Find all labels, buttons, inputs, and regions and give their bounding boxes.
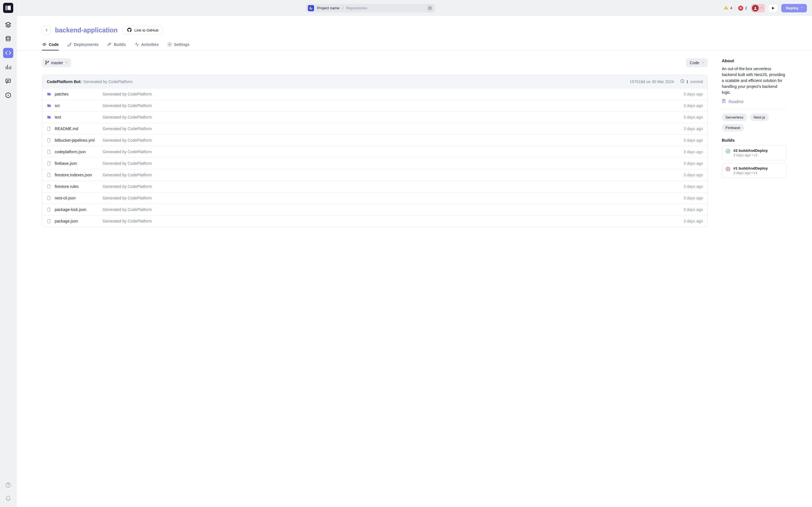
tab-deployments[interactable]: Deployments: [67, 42, 99, 50]
file-name: firebase.json: [55, 161, 103, 166]
file-icon: [47, 184, 55, 189]
github-icon: [127, 27, 132, 33]
breadcrumb-page[interactable]: Repositories: [346, 6, 367, 10]
build-card[interactable]: #1 buildAndDeploy3 days ago • v1: [722, 163, 786, 178]
file-commit-msg: Generated by CodePlatform: [103, 161, 684, 166]
file-row[interactable]: firebase.jsonGenerated by CodePlatform3 …: [42, 158, 707, 169]
nav-settings-hex[interactable]: [3, 90, 13, 100]
chevron-down-icon: [760, 6, 763, 11]
nav-notifications[interactable]: [3, 494, 13, 504]
file-icon: [47, 138, 55, 143]
build-title: #1 buildAndDeploy: [733, 166, 768, 170]
file-row[interactable]: testGenerated by CodePlatform3 days ago: [42, 111, 707, 123]
nav-database[interactable]: [3, 34, 13, 44]
branch-name: master: [51, 61, 63, 65]
readme-link[interactable]: Readme: [722, 99, 786, 109]
nav-rail: [0, 0, 17, 507]
status-counts[interactable]: 4 ✕ 2: [723, 5, 747, 11]
chevron-down-icon: [65, 61, 68, 65]
file-commit-msg: Generated by CodePlatform: [103, 173, 684, 177]
nav-help[interactable]: [3, 480, 13, 490]
about-text: An out-of-the-box serverless backend bui…: [722, 66, 786, 96]
file-when: 3 days ago: [684, 219, 703, 223]
breadcrumb-project[interactable]: Project name: [317, 6, 340, 10]
list-icon[interactable]: [427, 5, 433, 11]
tab-code[interactable]: Code: [42, 42, 59, 50]
breadcrumb[interactable]: Project name / Repositories: [306, 4, 435, 12]
file-when: 3 days ago: [684, 103, 703, 108]
builds-heading: Builds: [722, 138, 786, 143]
file-commit-msg: Generated by CodePlatform: [103, 150, 684, 154]
file-name: src: [55, 103, 103, 108]
file-row[interactable]: bitbucket-pipelines.ymlGenerated by Code…: [42, 134, 707, 146]
page-title: backend-application: [55, 26, 117, 34]
file-row[interactable]: README.mdGenerated by CodePlatform3 days…: [42, 123, 707, 134]
file-name: codeplatform.json: [55, 150, 103, 154]
code-dropdown[interactable]: Code: [686, 58, 708, 67]
file-commit-msg: Generated by CodePlatform: [103, 103, 684, 108]
commit-bar[interactable]: CodePlatform Bot: Generated by CodePlatf…: [42, 75, 707, 88]
nav-layers[interactable]: [3, 20, 13, 30]
run-button[interactable]: [768, 4, 778, 12]
topbar: Project name / Repositories 4 ✕ 2: [17, 0, 812, 16]
file-when: 3 days ago: [684, 173, 703, 177]
breadcrumb-sep: /: [342, 6, 343, 10]
file-name: test: [55, 115, 103, 119]
nav-chat[interactable]: [3, 76, 13, 86]
book-icon: [722, 99, 726, 104]
file-when: 3 days ago: [684, 138, 703, 143]
tag[interactable]: Serverless: [722, 114, 747, 121]
file-commit-msg: Generated by CodePlatform: [103, 126, 684, 131]
file-row[interactable]: patchesGenerated by CodePlatform3 days a…: [42, 88, 707, 100]
nav-code[interactable]: [3, 48, 13, 58]
file-commit-msg: Generated by CodePlatform: [103, 196, 684, 200]
file-name: package-lock.json: [55, 207, 103, 212]
file-icon: [47, 219, 55, 223]
user-menu[interactable]: [751, 4, 765, 12]
file-row[interactable]: codeplatform.jsonGenerated by CodePlatfo…: [42, 146, 707, 158]
file-name: patches: [55, 92, 103, 96]
avatar: [752, 5, 759, 11]
build-card[interactable]: #2 buildAndDeploy3 days ago • v2: [722, 145, 786, 160]
build-sub: 3 days ago • v2: [733, 153, 768, 157]
file-icon: [47, 126, 55, 131]
file-name: README.md: [55, 126, 103, 131]
file-name: firestore.rules: [55, 184, 103, 189]
commit-author: CodePlatform Bot:: [47, 79, 82, 84]
file-when: 3 days ago: [684, 196, 703, 200]
file-when: 3 days ago: [684, 184, 703, 189]
error-count: 2: [745, 6, 747, 10]
file-row[interactable]: nest-cli.jsonGenerated by CodePlatform3 …: [42, 192, 707, 204]
tab-settings[interactable]: Settings: [167, 42, 190, 50]
file-when: 3 days ago: [684, 115, 703, 119]
folder-icon: [47, 92, 55, 96]
file-name: package.json: [55, 219, 103, 223]
branch-selector[interactable]: master: [42, 58, 71, 67]
file-table: CodePlatform Bot: Generated by CodePlatf…: [42, 75, 708, 227]
file-row[interactable]: srcGenerated by CodePlatform3 days ago: [42, 100, 707, 111]
tag[interactable]: Firebase: [722, 124, 744, 131]
deploy-button[interactable]: Deploy: [781, 4, 807, 12]
file-icon: [47, 196, 55, 200]
file-name: nest-cli.json: [55, 196, 103, 200]
file-name: bitbucket-pipelines.yml: [55, 138, 103, 143]
link-github-button[interactable]: Link to GitHub: [123, 26, 163, 34]
file-row[interactable]: firestore.indexes.jsonGenerated by CodeP…: [42, 169, 707, 180]
back-button[interactable]: [42, 25, 51, 35]
file-commit-msg: Generated by CodePlatform: [103, 207, 684, 212]
file-icon: [47, 161, 55, 166]
tag[interactable]: Nest.js: [750, 114, 769, 121]
file-commit-msg: Generated by CodePlatform: [103, 115, 684, 119]
tab-builds[interactable]: Builds: [107, 42, 126, 50]
warning-icon: [723, 5, 728, 11]
file-row[interactable]: package.jsonGenerated by CodePlatform3 d…: [42, 215, 707, 227]
file-row[interactable]: firestore.rulesGenerated by CodePlatform…: [42, 180, 707, 192]
file-commit-msg: Generated by CodePlatform: [103, 138, 684, 143]
file-commit-msg: Generated by CodePlatform: [103, 219, 684, 223]
commit-count[interactable]: 1 commit: [680, 79, 703, 84]
build-title: #2 buildAndDeploy: [733, 149, 768, 153]
file-row[interactable]: package-lock.jsonGenerated by CodePlatfo…: [42, 204, 707, 215]
app-logo[interactable]: [3, 3, 13, 13]
tab-activities[interactable]: Activities: [135, 42, 159, 50]
nav-analytics[interactable]: [3, 62, 13, 72]
